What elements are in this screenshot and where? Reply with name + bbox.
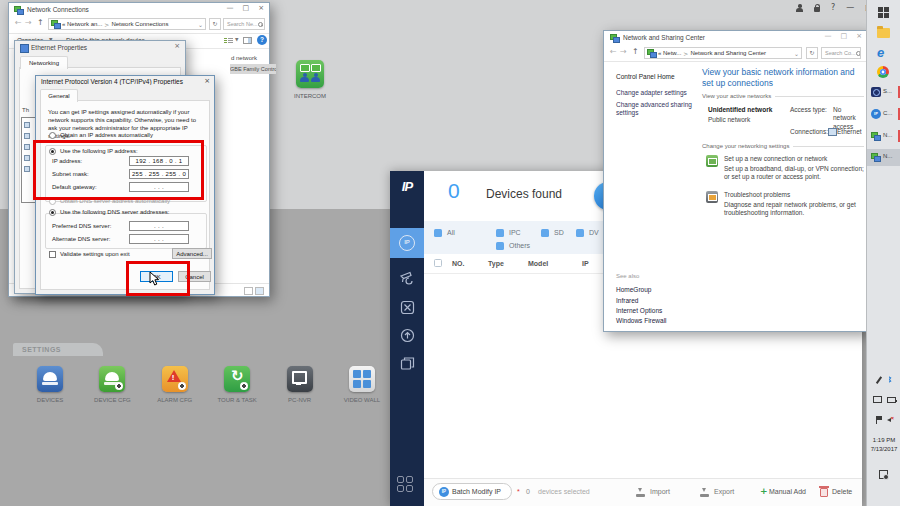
volume-muted-icon[interactable] <box>887 416 894 423</box>
filter-checkbox-sd[interactable] <box>541 229 549 237</box>
use-dns-label[interactable]: Use the following DNS server addresses: <box>60 209 169 215</box>
maximize-icon[interactable]: □ <box>841 32 848 40</box>
help-icon[interactable]: ? <box>831 3 835 13</box>
breadcrumb-current[interactable]: Network and Sharing Center <box>690 50 766 56</box>
lock-icon[interactable] <box>814 7 820 12</box>
ethernet-link[interactable]: Ethernet <box>837 128 862 135</box>
breadcrumb[interactable]: « Network an... > Network Connections ⌄ <box>48 18 206 30</box>
sidebar-item-system-settings[interactable] <box>390 292 424 322</box>
shortcut-pc-nvr[interactable]: PC-NVR <box>272 366 328 403</box>
taskbar-app-smartpss[interactable]: S... <box>867 84 900 101</box>
apps-grid-icon[interactable] <box>397 476 415 494</box>
batch-modify-ip-button[interactable]: IP Batch Modify IP <box>432 483 512 500</box>
back-icon[interactable]: ← <box>15 18 22 27</box>
import-button[interactable]: Import <box>650 488 670 495</box>
see-also-infrared[interactable]: Infrared <box>616 297 638 304</box>
close-icon[interactable]: × <box>856 32 862 40</box>
shortcut-video-wall[interactable]: VIDEO WALL <box>334 366 390 403</box>
shortcut-devices[interactable]: DEVICES <box>22 366 78 403</box>
sidebar-item-modify-ip[interactable]: IP <box>390 228 424 258</box>
action-center-flag-icon[interactable] <box>875 416 882 423</box>
close-icon[interactable]: × <box>204 77 210 85</box>
taskbar-app-network-connections[interactable]: N... <box>867 128 900 145</box>
filter-checkbox-ipc[interactable] <box>496 229 504 237</box>
sidebar-item-upgrade[interactable] <box>390 320 424 350</box>
help-icon[interactable]: ? <box>257 35 267 45</box>
forward-icon[interactable]: → <box>25 18 32 27</box>
filter-checkbox-others[interactable] <box>496 242 504 250</box>
details-view-icon[interactable] <box>244 287 253 295</box>
taskbar-app-configtool[interactable]: IP C... <box>867 106 900 123</box>
battery-icon[interactable] <box>887 397 896 403</box>
tab-networking[interactable]: Networking <box>20 56 68 69</box>
preview-pane-icon[interactable] <box>243 37 252 44</box>
internet-explorer-icon[interactable]: e <box>877 45 884 60</box>
caret-down-icon[interactable]: ⌄ <box>198 21 203 28</box>
titlebar[interactable]: Network and Sharing Center — □ × <box>604 31 867 44</box>
delete-button[interactable]: Delete <box>832 488 852 495</box>
validate-checkbox[interactable] <box>49 251 56 258</box>
file-explorer-icon[interactable] <box>877 28 890 38</box>
shortcut-alarm-cfg[interactable]: ALARM CFG <box>147 366 203 403</box>
minimize-icon[interactable]: — <box>227 4 234 12</box>
breadcrumb-root[interactable]: « Netw... <box>658 50 681 56</box>
minimize-icon[interactable]: — <box>825 32 832 40</box>
breadcrumb-current[interactable]: Network Connections <box>111 21 168 27</box>
close-icon[interactable]: × <box>258 4 264 12</box>
alternate-dns-field[interactable]: . . . <box>129 234 189 244</box>
back-icon[interactable]: ← <box>610 47 617 56</box>
display-icon[interactable] <box>873 396 882 403</box>
obtain-ip-radio[interactable] <box>49 132 56 139</box>
chrome-icon[interactable] <box>877 66 889 78</box>
sidebar-item-building-config[interactable] <box>390 348 424 378</box>
filter-checkbox-dvr[interactable] <box>576 229 584 237</box>
up-icon[interactable]: ↑ <box>37 18 44 27</box>
shortcut-device-cfg[interactable]: DEVICE CFG <box>84 366 140 403</box>
shortcut-intercom[interactable]: INTERCOM <box>282 60 338 99</box>
user-icon[interactable] <box>796 4 803 12</box>
filter-checkbox-all[interactable] <box>434 229 442 237</box>
forward-icon[interactable]: → <box>620 47 627 56</box>
see-also-homegroup[interactable]: HomeGroup <box>616 286 651 293</box>
see-also-windows-firewall[interactable]: Windows Firewall <box>616 317 667 324</box>
minimize-icon[interactable]: — <box>846 3 854 13</box>
caret-down-icon[interactable]: ⌄ <box>794 50 799 57</box>
notification-icon[interactable] <box>879 470 888 479</box>
validate-label[interactable]: Validate settings upon exit <box>60 251 130 257</box>
use-dns-radio[interactable] <box>49 209 56 216</box>
up-icon[interactable]: ↑ <box>632 47 639 56</box>
bluetooth-icon[interactable] <box>887 376 894 383</box>
preferred-dns-field[interactable]: . . . <box>129 221 189 231</box>
select-all-checkbox[interactable] <box>434 259 442 267</box>
manual-add-button[interactable]: Manual Add <box>769 488 806 495</box>
see-also-internet-options[interactable]: Internet Options <box>616 307 662 314</box>
filter-label-all[interactable]: All <box>447 229 455 236</box>
filter-label-sd[interactable]: SD <box>554 229 564 236</box>
filter-label-ipc[interactable]: IPC <box>509 229 521 236</box>
obtain-ip-label[interactable]: Obtain an IP address automatically <box>60 132 153 138</box>
connection-item-selected[interactable]: GBE Family Controller <box>230 64 276 74</box>
sidebar-change-adapter-settings[interactable]: Change adapter settings <box>616 89 687 96</box>
setup-connection-link[interactable]: Set up a new connection or network <box>724 155 827 162</box>
large-icons-view-icon[interactable] <box>255 287 264 295</box>
taskbar-clock[interactable]: 1:19 PM 7/13/2017 <box>867 436 900 454</box>
advanced-button[interactable]: Advanced... <box>172 248 212 259</box>
close-icon[interactable]: × <box>174 42 180 50</box>
view-list-icon[interactable] <box>224 37 233 44</box>
sidebar-item-device-config[interactable] <box>390 262 424 292</box>
pen-icon[interactable] <box>875 376 882 383</box>
filter-label-dvr[interactable]: DV <box>589 229 599 236</box>
export-button[interactable]: Export <box>714 488 734 495</box>
sidebar-change-advanced-sharing[interactable]: Change advanced sharing settings <box>616 101 694 118</box>
search-input[interactable]: Search Ne... <box>223 18 265 30</box>
breadcrumb-root[interactable]: « Network an... <box>62 21 102 27</box>
titlebar[interactable]: Network Connections — □ × <box>9 3 269 16</box>
breadcrumb[interactable]: « Netw... > Network and Sharing Center ⌄ <box>644 47 802 59</box>
troubleshoot-link[interactable]: Troubleshoot problems <box>724 191 790 198</box>
taskbar-app-sharing-center[interactable]: N... <box>867 149 900 166</box>
shortcut-tour-task[interactable]: ↻ TOUR & TASK <box>209 366 265 403</box>
start-button[interactable] <box>878 7 889 18</box>
refresh-button[interactable]: ↻ <box>806 47 818 59</box>
titlebar[interactable]: Ethernet Properties × <box>15 41 185 54</box>
tab-general[interactable]: General <box>40 89 78 102</box>
